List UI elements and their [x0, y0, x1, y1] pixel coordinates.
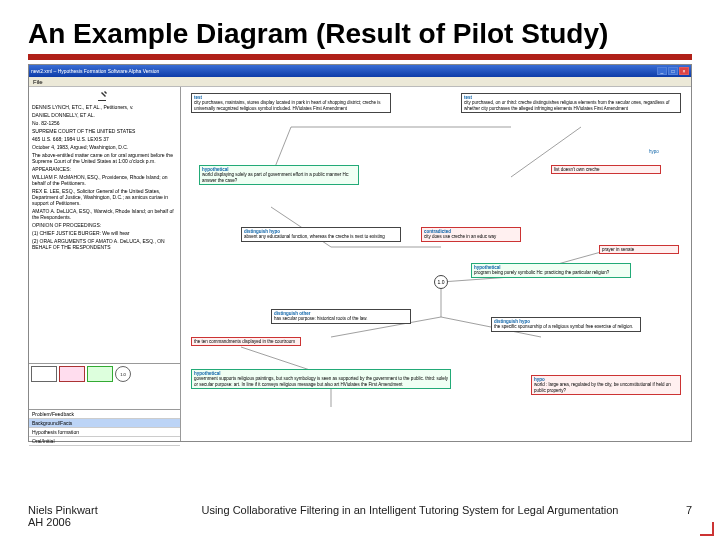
window-title: new2.xml – Hypothesis Formation Software…: [31, 68, 657, 74]
node-test-left[interactable]: testcity purchases, maintains, stores di…: [191, 93, 391, 113]
gavel-icon: [96, 90, 114, 102]
case-text-area: DENNIS LYNCH, ETC., ET AL., Petitioners,…: [29, 87, 180, 363]
mode-item[interactable]: Hypothesis formation: [29, 428, 180, 437]
left-panel: DENNIS LYNCH, ETC., ET AL., Petitioners,…: [29, 87, 181, 441]
footer-title: Using Collaborative Filtering in an Inte…: [168, 504, 652, 528]
node-fact-2[interactable]: prayer in senate: [599, 245, 679, 254]
node-test-right[interactable]: testcity purchased, on or third: creche …: [461, 93, 681, 113]
node-disthypo-2[interactable]: distinguish hypothe specific sponsorship…: [491, 317, 641, 331]
node-contradicted[interactable]: contradictedcity does use creche in an e…: [421, 227, 521, 241]
mode-list: Problem/Feedback Background/Facts Hypoth…: [29, 409, 180, 441]
palette-item[interactable]: [31, 366, 57, 382]
menu-file[interactable]: File: [33, 77, 43, 86]
node-fact-1[interactable]: list doesn't own creche: [551, 165, 661, 174]
mode-item-selected[interactable]: Background/Facts: [29, 419, 180, 428]
diagram-canvas[interactable]: testcity purchases, maintains, stores di…: [181, 87, 691, 441]
corner-decoration: [700, 522, 714, 536]
footer-author: Niels Pinkwart: [28, 504, 168, 516]
mode-item[interactable]: Oral/Initial: [29, 437, 180, 446]
node-hypo-2[interactable]: hypotheticalprogram being purely symboli…: [471, 263, 631, 277]
connector-circle[interactable]: 1.0: [434, 275, 448, 289]
palette-item-red[interactable]: [59, 366, 85, 382]
palette-item-green[interactable]: [87, 366, 113, 382]
title-underline: [28, 54, 692, 60]
menubar: File: [29, 77, 691, 87]
palette: 1.0: [29, 363, 180, 409]
minimize-button[interactable]: _: [657, 67, 667, 75]
titlebar: new2.xml – Hypothesis Formation Software…: [29, 65, 691, 77]
node-distother[interactable]: distinguish otherhas secular purpose: hi…: [271, 309, 411, 323]
app-window: new2.xml – Hypothesis Formation Software…: [28, 64, 692, 442]
node-hypo-3[interactable]: hypotheticalgovernment supports religiou…: [191, 369, 451, 389]
node-hypo-1[interactable]: hypotheticalworld displaying solely as p…: [199, 165, 359, 185]
node-disthypo-1[interactable]: distinguish hypoabsent any educational f…: [241, 227, 401, 241]
mode-item[interactable]: Problem/Feedback: [29, 410, 180, 419]
close-button[interactable]: ×: [679, 67, 689, 75]
maximize-button[interactable]: □: [668, 67, 678, 75]
slide-footer: Niels Pinkwart AH 2006 Using Collaborati…: [28, 504, 692, 528]
palette-item-circle[interactable]: 1.0: [115, 366, 131, 382]
node-fact-3[interactable]: the ten commandments displayed in the co…: [191, 337, 301, 346]
node-hypo-4[interactable]: hypoworld : large area, regulated by the…: [531, 375, 681, 395]
slide-title: An Example Diagram (Result of Pilot Stud…: [28, 18, 692, 50]
page-number: 7: [652, 504, 692, 528]
footer-venue: AH 2006: [28, 516, 168, 528]
tag-hypo: hypo: [649, 149, 659, 154]
